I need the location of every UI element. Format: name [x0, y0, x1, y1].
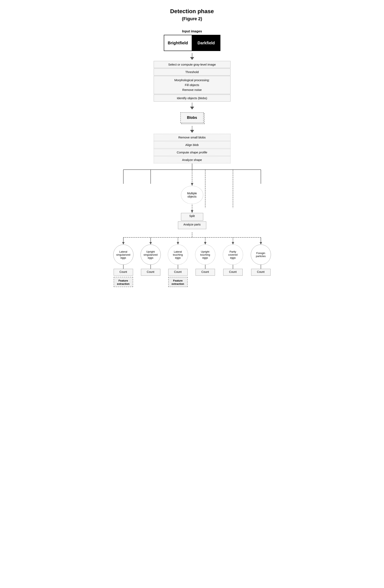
category-oval-5: Partly covered eggs [223, 245, 243, 265]
svg-marker-10 [191, 210, 193, 213]
svg-marker-20 [150, 242, 152, 245]
svg-marker-22 [204, 242, 207, 245]
arrow1 [190, 53, 194, 60]
svg-marker-23 [232, 242, 234, 245]
analyze-parts-box: Analyze parts [178, 221, 206, 229]
arrow-line [192, 53, 192, 57]
feat-box-1: Feature extraction [114, 277, 133, 287]
step-compute-shape: Compute shape profile [154, 149, 230, 156]
input-images-row: Brightfield Darkfield [164, 35, 220, 51]
svg-marker-24 [260, 242, 262, 245]
page: Detection phase (Figure 2) Input images … [105, 8, 279, 301]
count-box-2: Count [141, 269, 160, 276]
count-box-1: Count [114, 269, 133, 276]
darkfield-box: Darkfield [192, 35, 220, 51]
count-box-6: Count [251, 269, 270, 276]
page-subtitle: (Figure 2) [182, 16, 202, 21]
category-oval-3: Lateral touching eggs [168, 245, 188, 265]
step-morphological: Morphological processing: Fill objects R… [154, 76, 230, 94]
category-oval-4: Upright touching eggs [195, 245, 215, 265]
branches-wrapper: Multiple objects Split Analyze parts Lat… [109, 164, 275, 301]
arrow-head2 [190, 107, 194, 109]
blobs-container: Blobs [180, 112, 203, 123]
page-title: Detection phase [170, 8, 214, 15]
count-box-4: Count [195, 269, 215, 276]
branch-svg [109, 164, 275, 301]
svg-marker-19 [122, 242, 125, 245]
step-threshold: Threshold [154, 68, 230, 76]
arrow-head [190, 57, 194, 60]
svg-marker-21 [177, 242, 179, 245]
category-oval-2: Upright singularized eggs [140, 245, 161, 265]
blobs-box: Blobs [180, 112, 203, 123]
multiple-objects-oval: Multiple objects [181, 186, 203, 204]
arrow2 [190, 103, 194, 109]
arrow-line-dashed [192, 103, 192, 107]
category-oval-1: Lateral singularized eggs [113, 245, 134, 265]
step-analyze-shape: Analyze shape [154, 156, 230, 163]
proc-group-1: Select or compute gray-level image Thres… [154, 61, 230, 102]
count-box-3: Count [168, 269, 188, 276]
svg-marker-8 [191, 183, 193, 186]
feat-box-3: Feature extraction [168, 277, 188, 287]
brightfield-box: Brightfield [164, 35, 192, 51]
step-remove-small: Remove small blobs [154, 134, 230, 141]
proc-group-2: Remove small blobs Align blob Compute sh… [154, 134, 230, 164]
category-oval-6: Foregin particles [251, 245, 271, 265]
step-identify: Identify objects (blobs) [154, 95, 230, 102]
step-align: Align blob [154, 141, 230, 148]
input-images-label: Input images [182, 30, 202, 33]
count-box-5: Count [223, 269, 243, 276]
arrow-head3 [190, 130, 194, 133]
arrow3 [190, 126, 194, 133]
arrow-line3 [192, 126, 192, 130]
step-gray-level: Select or compute gray-level image [154, 61, 230, 68]
split-box: Split [181, 213, 203, 221]
